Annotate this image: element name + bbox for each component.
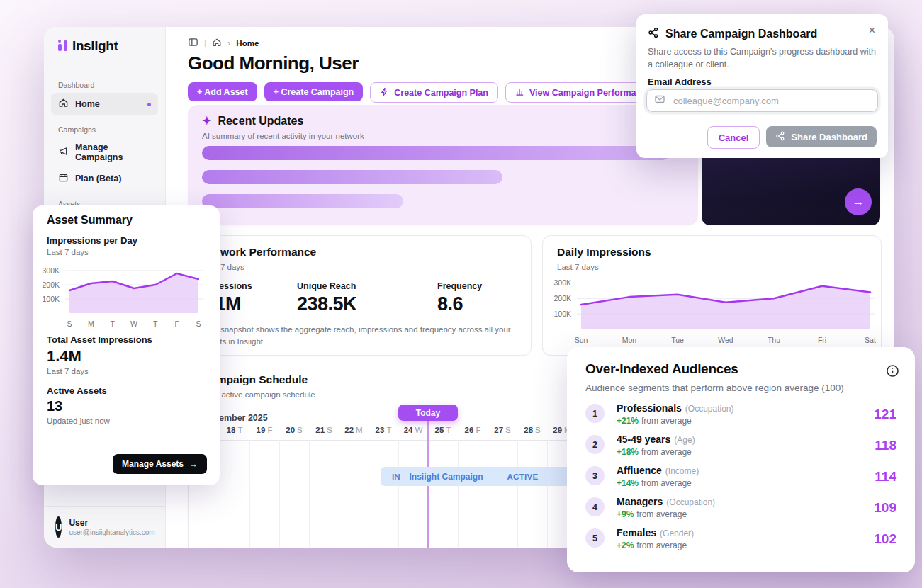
- gantt-day-label: 24W: [401, 426, 425, 434]
- share-icon: [775, 131, 785, 143]
- sidebar-toggle-icon[interactable]: [188, 37, 198, 49]
- campaign-name: Insiight Campaign: [410, 472, 483, 482]
- over-indexed-subtitle: Audience segments that perform above reg…: [585, 383, 844, 393]
- breadcrumb-divider: |: [204, 39, 206, 47]
- gantt-day-label: 23T: [371, 426, 395, 434]
- chevron-right-icon: ›: [227, 38, 230, 48]
- audience-delta: +14%from average: [617, 478, 692, 488]
- metrics-row: Impressions2.1MUnique Reach238.5KFrequen…: [200, 281, 482, 315]
- gantt-gridline: [488, 440, 488, 548]
- gantt-day-label: 27S: [490, 426, 515, 434]
- gantt-day-label: 18T: [223, 426, 247, 434]
- home-icon: [58, 98, 69, 111]
- megaphone-icon: [58, 146, 69, 159]
- sparkle-bolt-icon: [380, 87, 389, 98]
- share-icon: [648, 27, 659, 41]
- ai-summary-skeleton-bar: [202, 146, 670, 160]
- button-label: + Add Asset: [197, 87, 248, 97]
- daily-impressions-area-chart: [577, 274, 875, 331]
- y-axis-tick: 100K: [40, 295, 60, 303]
- over-indexed-audiences-card: Over-Indexed Audiences Audience segments…: [567, 347, 915, 572]
- asset-summary-popover: Asset Summary Impressions per Day Last 7…: [33, 205, 220, 485]
- x-axis-tick: Wed: [712, 336, 740, 344]
- sidebar-item-label: Manage Campaigns: [75, 142, 151, 162]
- sidebar-item-manage-campaigns[interactable]: Manage Campaigns: [51, 137, 158, 167]
- ai-summary-skeleton-bar: [202, 170, 502, 184]
- avatar: U: [55, 516, 62, 538]
- page-title: Good Morning, User: [188, 52, 359, 74]
- breadcrumb: | › Home: [188, 37, 259, 49]
- network-performance-title: Network Performance: [203, 246, 316, 259]
- create-campaign-button[interactable]: + Create Campaign: [264, 82, 364, 101]
- total-impressions-period: Last 7 days: [47, 367, 89, 375]
- create-campaign-plan-button[interactable]: Create Campaign Plan: [370, 82, 498, 103]
- audience-name: Females(Gender): [617, 527, 694, 538]
- manage-assets-button[interactable]: Manage Assets →: [113, 454, 207, 474]
- info-icon[interactable]: [886, 364, 899, 380]
- metric-label: Unique Reach: [297, 281, 437, 291]
- audience-name: Managers(Occupation): [617, 496, 715, 507]
- arrow-right-icon: →: [189, 459, 198, 469]
- envelope-icon: [654, 94, 665, 108]
- audience-score: 114: [875, 469, 896, 485]
- recent-updates-subtitle: AI summary of recent activity in your ne…: [202, 132, 364, 140]
- y-axis-tick: 300K: [547, 278, 571, 287]
- share-dashboard-modal: Share Campaign Dashboard × Share access …: [636, 14, 888, 158]
- sidebar-item-home[interactable]: Home: [51, 93, 158, 115]
- impressions-per-day-title: Impressions per Day: [47, 235, 137, 246]
- sidebar-section-label: Dashboard: [58, 81, 151, 89]
- audience-name: Affluence(Income): [617, 465, 699, 476]
- share-dashboard-button[interactable]: Share Dashboard: [766, 126, 877, 147]
- sidebar-item-label: Home: [75, 99, 100, 109]
- audience-delta: +9%from average: [617, 509, 687, 519]
- calendar-icon: [58, 172, 69, 185]
- add-asset-button[interactable]: + Add Asset: [188, 82, 257, 101]
- home-icon[interactable]: [212, 38, 222, 49]
- asset-impressions-area-chart: [65, 262, 203, 315]
- user-profile[interactable]: U User user@insiightanalytics.com: [44, 506, 165, 548]
- close-icon[interactable]: ×: [866, 21, 878, 40]
- desktop-background: Insiight DashboardHomeCampaignsManage Ca…: [0, 0, 922, 588]
- metric-label: Frequency: [437, 281, 482, 291]
- audience-delta: +21%from average: [617, 416, 692, 426]
- audience-score: 102: [874, 531, 896, 547]
- user-name: User: [69, 518, 154, 529]
- over-indexed-title: Over-Indexed Audiences: [585, 361, 738, 377]
- sidebar-item-plan-beta[interactable]: Plan (Beta): [51, 167, 158, 190]
- brand-icon: [58, 38, 68, 53]
- audience-category: (Occupation): [666, 497, 715, 507]
- app-logo[interactable]: Insiight: [58, 38, 118, 53]
- y-axis-tick: 300K: [40, 266, 60, 275]
- audience-score: 109: [874, 500, 896, 516]
- daily-impressions-chart: 300K200K100KSunMonTueWedThuFriSat: [547, 274, 879, 349]
- audience-row: 4Managers(Occupation)+9%from average109: [585, 496, 896, 524]
- x-axis-tick: Tue: [663, 336, 692, 344]
- ai-summary-skeleton-bar: [202, 194, 403, 208]
- bar-chart-icon: [515, 87, 524, 98]
- asset-summary-title: Asset Summary: [47, 214, 133, 227]
- sidebar-section-label: Campaigns: [58, 125, 151, 134]
- manage-assets-label: Manage Assets: [122, 459, 184, 469]
- today-badge: Today: [398, 405, 458, 421]
- gantt-gridline: [547, 440, 548, 548]
- daily-impressions-card: Daily Impressions Last 7 days 300K200K10…: [542, 235, 882, 356]
- rank-badge: 1: [585, 404, 605, 423]
- modal-description: Share access to this Campaign's progress…: [648, 45, 876, 71]
- y-axis-tick: 200K: [547, 294, 571, 303]
- arrow-right-button[interactable]: →: [845, 188, 872, 215]
- active-assets-label: Active Assets: [47, 385, 107, 396]
- gantt-gridline: [339, 440, 339, 548]
- x-axis-tick: Mon: [615, 336, 643, 344]
- button-label: Create Campaign Plan: [394, 88, 488, 98]
- campaign-status: ACTIVE: [507, 473, 539, 481]
- email-field[interactable]: [672, 95, 870, 107]
- cancel-button[interactable]: Cancel: [707, 126, 760, 149]
- gantt-day-label: 20S: [282, 426, 306, 434]
- x-axis-tick: Sun: [567, 336, 595, 344]
- audience-delta: +2%from average: [617, 541, 687, 550]
- y-axis-tick: 100K: [547, 310, 571, 318]
- user-email: user@insiightanalytics.com: [69, 528, 154, 536]
- gantt-gridline: [249, 440, 250, 548]
- recent-updates-card: ✦ Recent Updates AI summary of recent ac…: [188, 105, 698, 225]
- recent-updates-title: Recent Updates: [218, 115, 303, 128]
